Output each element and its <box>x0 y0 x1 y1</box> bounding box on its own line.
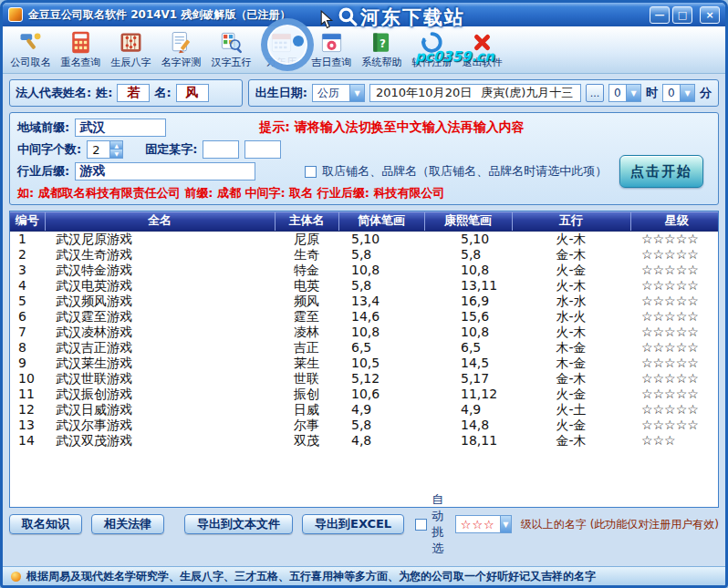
related-laws-button[interactable]: 相关法律 <box>91 514 164 534</box>
header-fullname[interactable]: 全名 <box>45 211 275 231</box>
table-row[interactable]: 7武汉凌林游戏凌林10,810,8火-木☆☆☆☆☆ <box>10 325 719 340</box>
table-row[interactable]: 6武汉霆至游戏霆至14,615,6水-火☆☆☆☆☆ <box>10 309 719 325</box>
fixed-char-input-2[interactable] <box>244 140 281 159</box>
close-button[interactable]: × <box>700 6 720 24</box>
watermark-magnifier-icon <box>338 6 359 27</box>
spinner-down-icon[interactable]: ▼ <box>109 150 122 158</box>
cell-stars: ☆☆☆☆☆ <box>630 402 719 418</box>
mouse-cursor <box>320 10 334 29</box>
cell-stars: ☆☆☆☆☆ <box>630 387 719 402</box>
export-excel-button[interactable]: 导出到EXCEL <box>302 514 404 534</box>
toolbar-duplicate-query[interactable]: 重名查询 <box>56 27 106 72</box>
cell-kangxi-strokes: 10,8 <box>424 325 512 340</box>
toolbar-system-help[interactable]: ? 系统帮助 <box>357 27 407 72</box>
cell-simplified-strokes: 10,6 <box>338 387 424 402</box>
cell-kangxi-strokes: 15,6 <box>424 309 512 325</box>
header-kangxi-strokes[interactable]: 康熙笔画 <box>424 211 512 231</box>
app-icon <box>8 7 23 22</box>
cell-simplified-strokes: 5,10 <box>338 231 424 247</box>
birth-date-value: 2010年10月20日 <box>376 85 472 101</box>
header-stars[interactable]: 星级 <box>630 211 719 231</box>
status-icon <box>11 572 21 582</box>
birth-date-panel: 出生日期: 公历 ▼ 2010年10月20日 庚寅(虎)九月十三 ... 0 ▼… <box>248 79 719 107</box>
cell-wuxing: 金-木 <box>512 371 630 387</box>
surname-input[interactable] <box>117 84 150 102</box>
table-row[interactable]: 8武汉吉正游戏吉正6,56,5木-金☆☆☆☆☆ <box>10 340 719 356</box>
toolbar-auspicious-day[interactable]: 吉日查询 <box>307 27 357 72</box>
hour-select[interactable]: 0 ▼ <box>608 84 641 102</box>
shop-name-checkbox[interactable] <box>305 166 317 178</box>
calendar-type-select[interactable]: 公历 ▼ <box>312 84 365 102</box>
cell-simplified-strokes: 13,4 <box>338 294 424 309</box>
cell-kangxi-strokes: 4,9 <box>424 402 512 418</box>
toolbar-company-naming[interactable]: 公司取名 <box>5 27 56 72</box>
table-row[interactable]: 3武汉特金游戏特金10,810,8火-金☆☆☆☆☆ <box>10 263 719 278</box>
export-text-button[interactable]: 导出到文本文件 <box>184 514 293 534</box>
table-row[interactable]: 1武汉尼原游戏尼原5,105,10火-木☆☆☆☆☆ <box>10 231 719 247</box>
middle-count-value: 2 <box>88 141 109 158</box>
table-row[interactable]: 10武汉世联游戏世联5,125,17金-木☆☆☆☆☆ <box>10 371 719 387</box>
cell-wuxing: 火-金 <box>512 263 630 278</box>
header-number[interactable]: 编号 <box>10 211 45 231</box>
header-simplified-strokes[interactable]: 简体笔画 <box>338 211 424 231</box>
table-row[interactable]: 2武汉生奇游戏生奇5,85,8金-木☆☆☆☆☆ <box>10 247 719 263</box>
cell-stars: ☆☆☆☆☆ <box>630 278 719 294</box>
table-row[interactable]: 9武汉莱生游戏莱生10,514,5木-金☆☆☆☆☆ <box>10 356 719 371</box>
chevron-down-icon[interactable]: ▼ <box>680 85 694 101</box>
cell-number: 14 <box>10 433 45 449</box>
cell-fullname: 武汉世联游戏 <box>45 371 275 387</box>
cell-number: 4 <box>10 278 45 294</box>
middle-count-stepper[interactable]: 2 ▲▼ <box>87 140 123 159</box>
star-filter-suffix: 级以上的名字 (此功能仅对注册用户有效) <box>521 517 719 532</box>
start-button[interactable]: 点击开始 <box>619 155 703 188</box>
cell-wuxing: 金-木 <box>512 433 630 449</box>
cell-mainname: 双茂 <box>275 433 338 449</box>
table-row[interactable]: 4武汉电英游戏电英5,813,11火-木☆☆☆☆☆ <box>10 278 719 294</box>
table-row[interactable]: 12武汉日威游戏日威4,94,9火-土☆☆☆☆☆ <box>10 402 719 418</box>
lunar-date-value: 庚寅(虎)九月十三 <box>481 85 573 101</box>
legal-rep-label: 法人代表姓名: <box>16 85 91 101</box>
status-text: 根据周易及现代姓名学研究学、生辰八字、三才五格、五行喜用神等多方面、为您的公司取… <box>26 569 596 584</box>
header-wuxing[interactable]: 五行 <box>512 211 630 231</box>
industry-suffix-input[interactable] <box>75 162 255 181</box>
toolbar-birth-bazi[interactable]: 生辰八字 <box>106 27 156 72</box>
chevron-down-icon[interactable]: ▼ <box>500 516 511 532</box>
auto-pick-checkbox[interactable] <box>415 519 427 531</box>
cell-kangxi-strokes: 11,12 <box>424 387 512 402</box>
toolbar-label: 汉字五行 <box>212 56 252 69</box>
table-row[interactable]: 14武汉双茂游戏双茂4,818,11金-木☆☆☆ <box>10 433 719 449</box>
minute-select[interactable]: 0 ▼ <box>662 84 695 102</box>
minute-value: 0 <box>663 87 680 99</box>
legal-rep-panel: 法人代表姓名: 姓: 名: <box>9 79 243 107</box>
chevron-down-icon[interactable]: ▼ <box>626 85 640 101</box>
birth-date-field[interactable]: 2010年10月20日 庚寅(虎)九月十三 <box>369 84 581 102</box>
cell-kangxi-strokes: 16,9 <box>424 294 512 309</box>
spinner-up-icon[interactable]: ▲ <box>109 141 122 150</box>
star-filter-select[interactable]: ☆☆☆ ▼ <box>455 515 512 533</box>
table-row[interactable]: 13武汉尔事游戏尔事5,814,8火-金☆☆☆☆☆ <box>10 418 719 433</box>
table-row[interactable]: 11武汉振创游戏振创10,611,12火-金☆☆☆☆☆ <box>10 387 719 402</box>
given-name-input[interactable] <box>176 84 209 102</box>
date-picker-button[interactable]: ... <box>586 84 604 102</box>
cell-mainname: 振创 <box>275 387 338 402</box>
toolbar-label: 公司取名 <box>11 56 51 69</box>
cell-wuxing: 火-金 <box>512 418 630 433</box>
cell-number: 2 <box>10 247 45 263</box>
fixed-char-input-1[interactable] <box>203 140 239 159</box>
table-row[interactable]: 5武汉频风游戏频风13,416,9水-水☆☆☆☆☆ <box>10 294 719 309</box>
minimize-button[interactable]: — <box>650 6 670 24</box>
toolbar-name-evaluation[interactable]: 名字评测 <box>156 27 206 72</box>
toolbar-hanzi-wuxing[interactable]: 汉字五行 <box>206 27 256 72</box>
cell-number: 6 <box>10 309 45 325</box>
cell-mainname: 凌林 <box>275 325 338 340</box>
cell-stars: ☆☆☆☆☆ <box>630 356 719 371</box>
cell-kangxi-strokes: 5,10 <box>424 231 512 247</box>
region-prefix-label: 地域前缀: <box>17 119 69 136</box>
chevron-down-icon[interactable]: ▼ <box>349 85 364 101</box>
maximize-button[interactable]: □ <box>672 6 692 24</box>
watermark-logo-ring <box>261 18 314 71</box>
magnifier-grid-icon <box>218 30 244 55</box>
naming-knowledge-button[interactable]: 取名知识 <box>9 514 82 534</box>
region-prefix-input[interactable] <box>75 119 166 137</box>
header-mainname[interactable]: 主体名 <box>275 211 338 231</box>
